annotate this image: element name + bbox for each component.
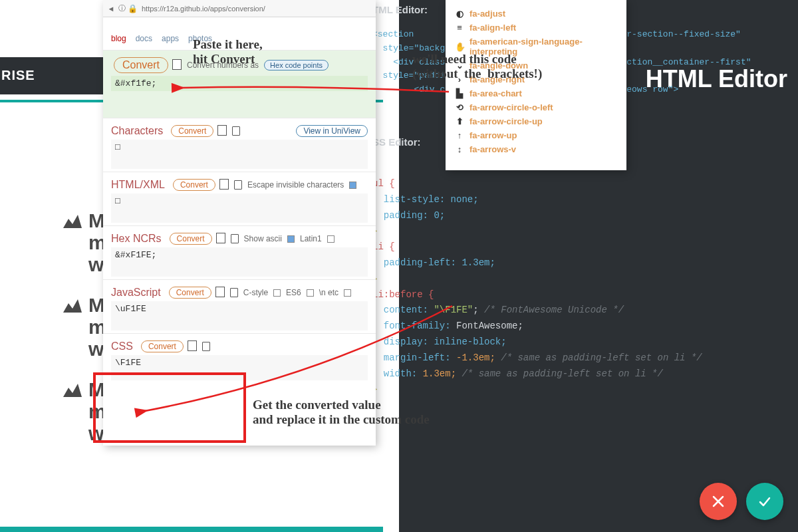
option-label: C-style bbox=[243, 288, 268, 297]
fa-align-left-icon: ≡ bbox=[455, 23, 464, 33]
copy-icon[interactable] bbox=[217, 234, 225, 243]
list-item[interactable]: ≡fa-align-left[&#xf036;] bbox=[455, 21, 617, 35]
convert-button[interactable]: Convert bbox=[173, 179, 215, 191]
brand-label: BIRISE bbox=[0, 68, 35, 83]
document-icon[interactable] bbox=[231, 234, 239, 243]
characters-field[interactable]: □ bbox=[111, 140, 368, 169]
tab-html-editor[interactable]: TML Editor: bbox=[372, 4, 428, 15]
fontawesome-icon-list: ◐fa-adjust[&#xf042;] ≡fa-align-left[&#xf… bbox=[446, 0, 626, 170]
svg-marker-1 bbox=[63, 299, 82, 313]
list-item[interactable]: ⬆fa-arrow-circle-up[&#xf0aa;] bbox=[455, 114, 617, 128]
convert-button[interactable]: Convert bbox=[169, 287, 211, 299]
copy-icon[interactable] bbox=[217, 288, 225, 297]
section-heading: HTML/XML bbox=[111, 179, 165, 191]
list-item[interactable]: ⟲fa-arrow-circle-o-left[&#xf190;] bbox=[455, 100, 617, 114]
fa-area-chart-icon: ▙ bbox=[455, 88, 464, 98]
escape-invisible-checkbox[interactable] bbox=[349, 182, 356, 189]
fa-adjust-icon: ◐ bbox=[455, 9, 464, 19]
option-label: Escape invisible characters bbox=[247, 180, 344, 190]
list-item[interactable]: ↑fa-arrow-up[&#xf062;] bbox=[455, 128, 617, 142]
option-label: \n etc bbox=[319, 288, 338, 297]
nav-link[interactable]: apps bbox=[162, 34, 179, 43]
list-item[interactable]: ↕fa-arrows-v[&#xf07d;] bbox=[455, 142, 617, 156]
fa-arrow-up-icon: ↑ bbox=[455, 130, 464, 140]
tab-css-editor[interactable]: SS Editor: bbox=[372, 136, 421, 148]
nav-link[interactable]: blog bbox=[111, 34, 126, 43]
svg-marker-0 bbox=[63, 215, 82, 228]
hex-codepoints-chip[interactable]: Hex code points bbox=[264, 60, 329, 70]
htmlxml-field[interactable]: □ bbox=[111, 194, 368, 223]
fa-arrow-circle-up-icon: ⬆ bbox=[455, 116, 464, 126]
section-characters: Characters Convert View in UniView □ bbox=[103, 118, 376, 172]
section-heading: Hex NCRs bbox=[111, 233, 162, 245]
view-uniview-button[interactable]: View in UniView bbox=[296, 125, 368, 137]
section-heading: CSS bbox=[111, 340, 133, 352]
annotation-paste: Paste it here, hit Convert bbox=[193, 37, 263, 66]
hexncr-field[interactable]: &#xF1FE; bbox=[111, 247, 368, 277]
section-heading: JavaScript bbox=[111, 287, 161, 299]
cstyle-checkbox[interactable] bbox=[273, 289, 281, 297]
list-item[interactable]: ◐fa-adjust[&#xf042;] bbox=[455, 7, 617, 21]
document-icon[interactable] bbox=[230, 288, 238, 297]
back-icon[interactable]: ◄ bbox=[106, 5, 116, 13]
convert-button[interactable]: Convert bbox=[171, 125, 213, 137]
fa-arrows-v-icon: ↕ bbox=[455, 144, 464, 154]
fa-asl-icon: ✋ bbox=[455, 42, 464, 52]
section-heading: Characters bbox=[111, 125, 163, 137]
document-icon[interactable] bbox=[232, 126, 240, 136]
document-icon[interactable] bbox=[234, 180, 242, 190]
nav-link[interactable]: docs bbox=[136, 34, 152, 43]
option-label: Latin1 bbox=[300, 234, 322, 243]
section-htmlxml: HTML/XML Convert Escape invisible charac… bbox=[103, 172, 376, 226]
info-icon[interactable]: ⓘ bbox=[116, 3, 127, 13]
option-label: ES6 bbox=[286, 288, 301, 297]
newline-checkbox[interactable] bbox=[344, 289, 351, 297]
check-icon bbox=[757, 494, 772, 509]
address-bar: ◄ ⓘ 🔒 https://r12a.github.io/apps/conver… bbox=[103, 0, 376, 17]
section-hexncr: Hex NCRs Convert Show ascii Latin1 &#xF1… bbox=[103, 226, 376, 280]
cancel-button[interactable] bbox=[700, 483, 737, 520]
copy-icon[interactable] bbox=[219, 126, 227, 136]
svg-marker-2 bbox=[63, 384, 82, 397]
list-item[interactable]: ▙fa-area-chart[&#xf1fe;] bbox=[455, 86, 617, 100]
convert-button[interactable]: Convert bbox=[114, 57, 168, 73]
arrow-replace bbox=[140, 299, 459, 419]
convert-button[interactable]: Convert bbox=[170, 233, 212, 245]
annotation-need-code: we'll need this code (without the bracke… bbox=[412, 52, 542, 81]
lock-icon: 🔒 bbox=[127, 4, 138, 13]
latin1-checkbox[interactable] bbox=[327, 235, 334, 243]
url-field[interactable]: https://r12a.github.io/apps/conversion/ bbox=[138, 5, 373, 13]
option-label: Show ascii bbox=[244, 234, 282, 243]
accent-bar-bottom bbox=[0, 527, 383, 532]
copy-icon[interactable] bbox=[174, 61, 182, 70]
confirm-button[interactable] bbox=[746, 483, 783, 520]
copy-icon[interactable] bbox=[221, 180, 229, 190]
arrow-paste bbox=[176, 80, 456, 106]
close-icon bbox=[712, 495, 725, 508]
fa-arrow-circle-left-icon: ⟲ bbox=[455, 102, 464, 112]
show-ascii-checkbox[interactable] bbox=[287, 235, 295, 243]
es6-checkbox[interactable] bbox=[307, 289, 314, 297]
